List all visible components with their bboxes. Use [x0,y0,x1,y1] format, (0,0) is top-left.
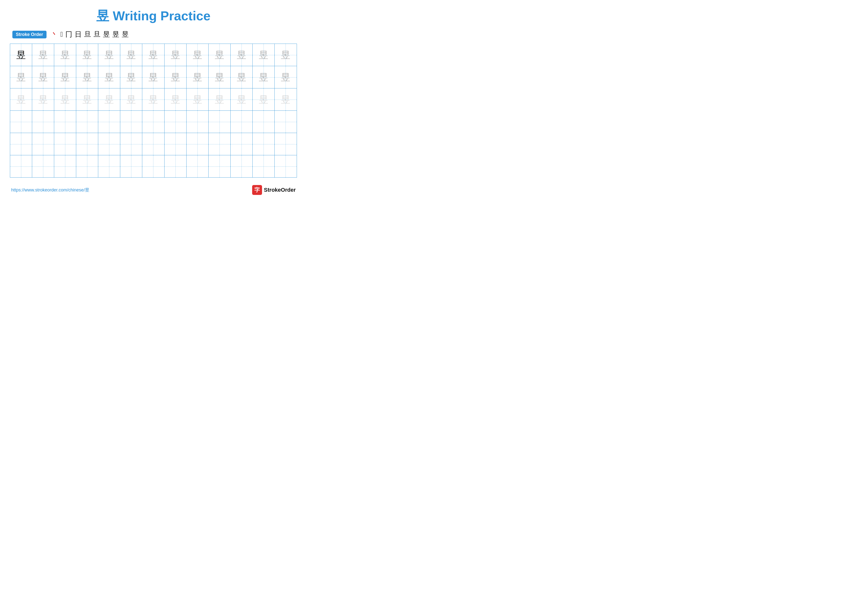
grid-cell[interactable] [98,111,120,133]
grid-row-5 [10,133,297,155]
practice-char: 昱 [16,95,26,104]
grid-cell[interactable] [10,155,32,177]
practice-char: 昱 [237,50,246,60]
grid-cell[interactable] [231,111,253,133]
grid-cell[interactable] [32,133,54,155]
grid-cell[interactable] [120,133,142,155]
grid-row-2: 昱 昱 昱 昱 昱 昱 昱 昱 昱 昱 昱 昱 昱 [10,66,297,89]
practice-char: 昱 [237,73,246,82]
grid-cell[interactable] [186,155,209,177]
practice-char: 昱 [259,73,268,82]
grid-cell[interactable]: 昱 [54,44,76,66]
practice-char: 昱 [281,50,290,60]
grid-cell[interactable]: 昱 [209,89,231,110]
grid-cell[interactable]: 昱 [164,66,186,88]
grid-cell[interactable]: 昱 [98,66,120,88]
grid-cell[interactable] [76,155,98,177]
grid-cell[interactable]: 昱 [164,44,186,66]
practice-grid[interactable]: 昱 昱 昱 昱 昱 昱 昱 昱 昱 昱 昱 昱 昱 昱 昱 昱 昱 昱 昱 昱 … [10,44,297,177]
stroke-step-3: 冂 [65,30,72,39]
grid-cell[interactable] [10,133,32,155]
footer-logo: 字 StrokeOrder [252,185,296,195]
grid-cell[interactable]: 昱 [274,89,297,110]
grid-cell[interactable]: 昱 [209,66,231,88]
grid-cell[interactable] [209,155,231,177]
title-area: 昱 Writing Practice [10,8,297,25]
grid-cell[interactable] [120,155,142,177]
grid-cell[interactable] [142,133,164,155]
grid-cell[interactable]: 昱 [142,66,164,88]
logo-icon: 字 [252,185,262,195]
grid-cell[interactable]: 昱 [120,89,142,110]
grid-cell[interactable] [120,111,142,133]
grid-cell[interactable] [32,155,54,177]
grid-cell[interactable] [164,111,186,133]
grid-cell[interactable]: 昱 [274,66,297,88]
grid-cell[interactable] [253,155,274,177]
grid-cell[interactable]: 昱 [10,89,32,110]
grid-cell[interactable] [186,133,209,155]
grid-cell[interactable]: 昱 [231,44,253,66]
grid-cell[interactable]: 昱 [76,44,98,66]
grid-cell[interactable] [98,155,120,177]
grid-cell[interactable]: 昱 [186,44,209,66]
practice-char: 昱 [82,95,92,104]
grid-cell[interactable]: 昱 [164,89,186,110]
grid-cell[interactable]: 昱 [186,89,209,110]
grid-cell[interactable] [253,133,274,155]
stroke-step-8: 昱 [112,30,119,39]
grid-cell[interactable]: 昱 [142,44,164,66]
grid-cell[interactable]: 昱 [274,44,297,66]
grid-cell[interactable]: 昱 [120,66,142,88]
grid-cell[interactable] [274,155,297,177]
grid-cell[interactable]: 昱 [142,89,164,110]
grid-cell[interactable] [98,133,120,155]
grid-cell[interactable]: 昱 [10,44,32,66]
grid-cell[interactable] [54,155,76,177]
grid-cell[interactable]: 昱 [54,66,76,88]
grid-cell[interactable]: 昱 [209,44,231,66]
grid-cell[interactable]: 昱 [253,44,274,66]
grid-cell[interactable] [32,111,54,133]
grid-cell[interactable] [209,111,231,133]
grid-cell[interactable]: 昱 [76,66,98,88]
grid-cell[interactable] [253,111,274,133]
grid-cell[interactable] [231,133,253,155]
grid-cell[interactable]: 昱 [253,66,274,88]
grid-cell[interactable] [54,111,76,133]
grid-cell[interactable]: 昱 [186,66,209,88]
stroke-step-9: 昱 [122,30,129,39]
grid-cell[interactable]: 昱 [54,89,76,110]
grid-cell[interactable]: 昱 [10,66,32,88]
grid-cell[interactable] [186,111,209,133]
grid-cell[interactable] [209,133,231,155]
grid-cell[interactable] [231,155,253,177]
grid-cell[interactable] [76,133,98,155]
practice-char: 昱 [193,73,202,82]
grid-cell[interactable]: 昱 [98,89,120,110]
grid-cell[interactable]: 昱 [32,66,54,88]
grid-cell[interactable]: 昱 [32,89,54,110]
grid-cell[interactable] [164,133,186,155]
grid-cell[interactable]: 昱 [76,89,98,110]
grid-cell[interactable]: 昱 [253,89,274,110]
stroke-order-row: Stroke Order 丶 𠃍 冂 日 旦 旦 昱 昱 昱 [10,30,297,39]
grid-cell[interactable] [142,111,164,133]
grid-cell[interactable] [274,111,297,133]
grid-cell[interactable] [76,111,98,133]
practice-char: 昱 [259,95,268,104]
grid-cell[interactable] [142,155,164,177]
grid-cell[interactable] [54,133,76,155]
practice-char: 昱 [281,95,290,104]
grid-cell[interactable] [10,111,32,133]
grid-cell[interactable]: 昱 [32,44,54,66]
practice-char: 昱 [60,73,70,82]
practice-char: 昱 [281,73,290,82]
grid-cell[interactable]: 昱 [231,66,253,88]
footer-url[interactable]: https://www.strokeorder.com/chinese/昱 [11,187,89,193]
grid-cell[interactable] [164,155,186,177]
grid-cell[interactable]: 昱 [98,44,120,66]
grid-cell[interactable]: 昱 [231,89,253,110]
grid-cell[interactable]: 昱 [120,44,142,66]
grid-cell[interactable] [274,133,297,155]
